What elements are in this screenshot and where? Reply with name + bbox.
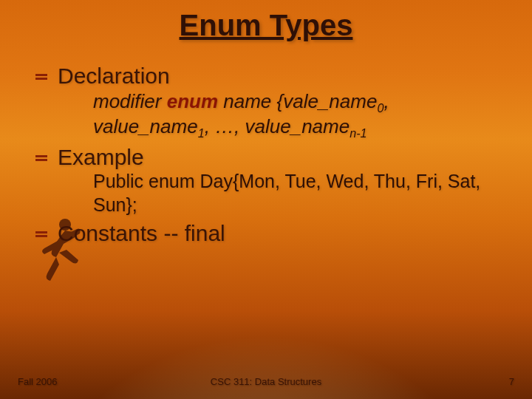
item-example: Example	[35, 145, 510, 170]
footer-center: CSC 311: Data Structures	[0, 376, 532, 387]
bullet-icon	[35, 231, 47, 237]
page-title: Enum Types	[0, 9, 532, 42]
syntax-post1: name {vale_name	[218, 90, 377, 112]
item-declaration-label: Declaration	[58, 64, 170, 88]
item-constants: Constants -- final	[35, 221, 510, 246]
bullet-icon	[35, 155, 47, 161]
syntax-keyword: enum	[167, 90, 218, 112]
syntax-subn: n-1	[349, 126, 366, 140]
bullet-icon	[35, 74, 47, 80]
footer-page-number: 7	[509, 376, 514, 387]
item-constants-label: Constants -- final	[58, 221, 225, 245]
syntax-sub1: 1	[198, 126, 205, 140]
syntax-post3: , …, value_name	[205, 115, 350, 137]
item-declaration: Declaration	[35, 64, 510, 89]
content-body: Declaration modifier enum name {vale_nam…	[35, 59, 510, 246]
item-example-label: Example	[58, 145, 144, 169]
syntax-pre: modifier	[93, 90, 167, 112]
slide: Enum Types Declaration modifier enum nam…	[0, 0, 532, 399]
declaration-syntax: modifier enum name {vale_name0, value_na…	[93, 90, 510, 140]
example-code: Public enum Day{Mon, Tue, Wed, Thu, Fri,…	[93, 170, 510, 216]
